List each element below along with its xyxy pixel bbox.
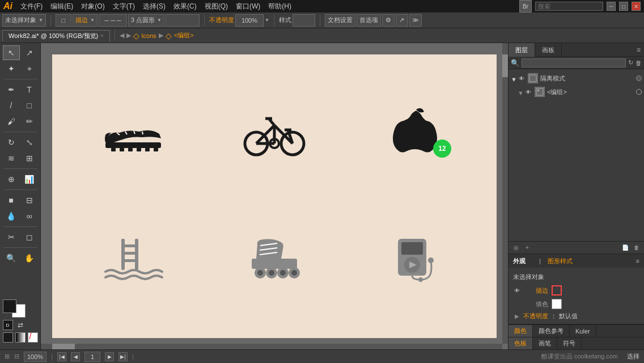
mesh-tool[interactable]: ⊟: [21, 193, 38, 208]
warp-tool[interactable]: ≋: [3, 151, 20, 166]
menu-select[interactable]: 选择(S): [139, 1, 169, 12]
layer-isolation-mode[interactable]: ▼ 👁 隔离模式: [509, 71, 644, 85]
breadcrumb-fwd[interactable]: ▶: [126, 32, 131, 39]
trash-icon[interactable]: 🗑: [635, 60, 642, 66]
search-input[interactable]: [535, 2, 603, 11]
active-tab[interactable]: Work82.ai* @ 100% (RGB/预览) ×: [2, 30, 110, 41]
style-btn[interactable]: [293, 14, 315, 27]
minimize-btn[interactable]: ─: [607, 2, 616, 11]
none-indicator[interactable]: /: [28, 332, 38, 343]
stroke-eye[interactable]: 👁: [513, 286, 521, 294]
eyedropper-tool[interactable]: 💧: [3, 209, 20, 223]
layers-tab[interactable]: 图层: [509, 43, 535, 57]
canvas-area[interactable]: 12: [41, 43, 508, 349]
paintbrush-tool[interactable]: 🖌: [3, 114, 20, 129]
prefs-btn[interactable]: 首选项: [357, 14, 381, 27]
graphic-styles-label[interactable]: 图形样式: [548, 257, 573, 265]
swap-colors-btn[interactable]: ⇄: [15, 320, 26, 330]
menu-edit[interactable]: 编辑(E): [47, 1, 77, 12]
gradient-indicator[interactable]: [15, 332, 26, 343]
page-input[interactable]: [84, 352, 100, 362]
page-next-btn[interactable]: ▶: [105, 352, 114, 361]
symbol-tool[interactable]: ⊕: [3, 172, 20, 187]
menu-object[interactable]: 对象(O): [78, 1, 108, 12]
panel-menu-btn[interactable]: ≡: [637, 46, 641, 54]
lasso-tool[interactable]: ⌖: [21, 61, 38, 76]
new-sublayer-btn[interactable]: +: [522, 243, 532, 252]
eye-icon-group[interactable]: 👁: [524, 88, 532, 96]
color-guide-tab[interactable]: 颜色参考: [533, 325, 570, 337]
locate-layer-btn[interactable]: ◎: [511, 243, 521, 252]
magic-wand-tool[interactable]: ✦: [3, 61, 20, 76]
kuler-tab[interactable]: Kuler: [570, 325, 596, 337]
menu-window[interactable]: 窗口(W): [232, 1, 264, 12]
rotate-tool[interactable]: ↻: [3, 135, 20, 150]
artboards-tab[interactable]: 画板: [535, 43, 562, 57]
maximize-btn[interactable]: □: [619, 2, 628, 11]
gradient-tool[interactable]: ■: [3, 193, 20, 208]
close-btn[interactable]: ✕: [632, 2, 641, 11]
swatches-tab[interactable]: 色板: [509, 337, 533, 349]
blend-tool[interactable]: ∞: [21, 209, 38, 223]
delete-layer-btn[interactable]: 🗑: [632, 243, 642, 252]
free-transform-tool[interactable]: ⊞: [21, 151, 38, 166]
doc-settings-btn[interactable]: 文档设置: [325, 14, 355, 27]
line-tool[interactable]: /: [3, 98, 20, 113]
bridge-btn[interactable]: Br: [519, 0, 532, 12]
pencil-tool[interactable]: ✏: [21, 114, 38, 129]
layers-search-input[interactable]: [522, 58, 626, 67]
scale-tool[interactable]: ⤡: [21, 135, 38, 150]
refresh-icon[interactable]: ↻: [628, 59, 633, 66]
horizontal-scrollbar[interactable]: [41, 344, 502, 349]
appearance-header[interactable]: 外观 | 图形样式 ≡: [509, 254, 644, 268]
shape-btn[interactable]: □: [56, 14, 71, 27]
no-select-dropdown[interactable]: 未选择对象 ▼: [2, 14, 46, 27]
page-prev-btn[interactable]: ◀: [71, 352, 80, 361]
color-tab[interactable]: 颜色: [509, 325, 533, 337]
menu-text[interactable]: 文字(T): [109, 1, 138, 12]
menu-effect[interactable]: 效果(C): [170, 1, 200, 12]
layer-group[interactable]: ▼ 👁 <编组>: [509, 85, 644, 99]
brushes-tab[interactable]: 画笔: [533, 337, 557, 349]
direct-select-tool[interactable]: ↗: [21, 45, 38, 60]
page-first-btn[interactable]: |◀: [57, 352, 66, 361]
symbols-tab[interactable]: 符号: [557, 337, 582, 349]
h-scroll-thumb[interactable]: [52, 344, 75, 349]
page-last-btn[interactable]: ▶|: [118, 352, 128, 361]
vertical-scrollbar[interactable]: [502, 43, 508, 344]
type-tool[interactable]: T: [21, 82, 38, 97]
tab-close-btn[interactable]: ×: [100, 33, 103, 39]
menu-view[interactable]: 视图(Q): [201, 1, 231, 12]
scissors-tool[interactable]: ✂: [3, 230, 20, 244]
fill-eye[interactable]: 👁: [513, 300, 521, 308]
extra-btn2[interactable]: ↗: [396, 14, 408, 27]
breadcrumb-icons[interactable]: Icons: [142, 32, 156, 39]
breadcrumb-group[interactable]: <编组>: [174, 31, 194, 40]
color-pair[interactable]: [3, 299, 26, 318]
shape-tool[interactable]: □: [21, 98, 38, 113]
menu-file[interactable]: 文件(F): [17, 1, 46, 12]
breadcrumb-back[interactable]: ◀: [120, 32, 124, 39]
stroke-size-dropdown[interactable]: 3 点圆形 ▼: [128, 14, 164, 27]
select-tool[interactable]: ↖: [3, 45, 20, 60]
fill-indicator[interactable]: [3, 332, 13, 343]
stroke-color-box[interactable]: [552, 285, 562, 296]
stroke-mode-btn[interactable]: ─ ─ ─: [99, 14, 127, 27]
eraser-tool[interactable]: ◻: [21, 230, 38, 244]
appearance-menu[interactable]: ≡: [636, 258, 639, 264]
pen-tool[interactable]: ✒: [3, 82, 20, 97]
menu-help[interactable]: 帮助(H): [265, 1, 295, 12]
new-layer-btn[interactable]: 📄: [620, 243, 630, 252]
opacity-eye-icon[interactable]: ▶: [513, 313, 521, 320]
fill-color-box[interactable]: [552, 299, 562, 309]
default-colors-btn[interactable]: D: [3, 320, 13, 330]
stroke-dropdown[interactable]: 描边 ▼: [73, 14, 98, 27]
foreground-color[interactable]: [3, 299, 16, 313]
v-scroll-thumb[interactable]: [502, 54, 508, 77]
hand-tool[interactable]: ✋: [21, 251, 38, 265]
graph-tool[interactable]: 📊: [21, 172, 38, 187]
zoom-input[interactable]: [24, 352, 46, 362]
eye-icon-isolation[interactable]: 👁: [518, 74, 526, 82]
extra-btn1[interactable]: ⚙: [382, 14, 395, 27]
opacity-input[interactable]: [235, 14, 264, 27]
